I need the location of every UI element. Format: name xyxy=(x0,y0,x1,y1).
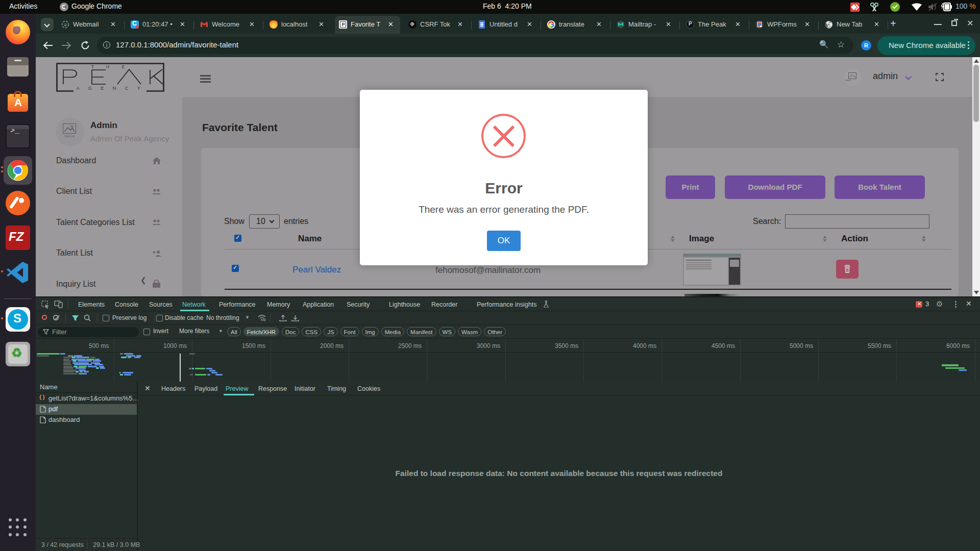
svg-text:T H E: T H E xyxy=(91,64,131,69)
svg-text:A G E N C Y: A G E N C Y xyxy=(77,86,144,91)
